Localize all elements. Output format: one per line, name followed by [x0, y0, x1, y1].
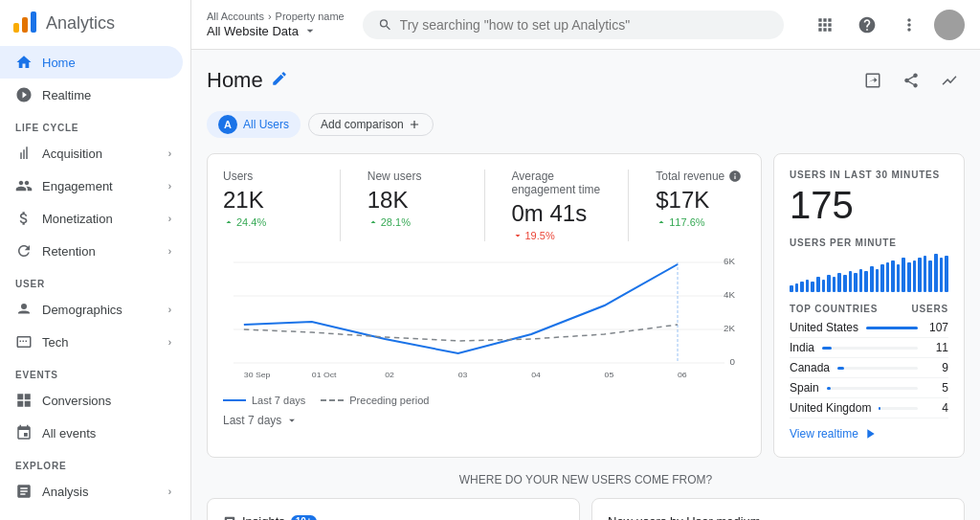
nav-demographics-label: Demographics	[42, 303, 122, 317]
home-icon	[15, 54, 33, 71]
upm-bar	[864, 271, 868, 292]
svg-text:05: 05	[605, 370, 614, 379]
svg-rect-2	[31, 11, 36, 33]
demographics-icon	[15, 301, 33, 318]
upm-bar	[940, 258, 944, 292]
sidebar-item-conversions[interactable]: Conversions	[0, 384, 183, 417]
country-bar	[866, 327, 918, 329]
stat-divider-1	[340, 170, 341, 241]
sidebar-header: Analytics	[0, 0, 190, 46]
bottom-section-label: WHERE DO YOUR NEW USERS COME FROM?	[207, 473, 965, 486]
users-change: 24.4%	[223, 216, 313, 228]
share-view-icon	[864, 72, 881, 89]
view-realtime-link[interactable]: View realtime	[790, 426, 948, 441]
time-range-selector[interactable]: Last 7 days	[223, 414, 746, 427]
legend-preceding-label: Preceding period	[349, 395, 429, 406]
page-title: Home	[207, 68, 263, 93]
add-comparison-button[interactable]: Add comparison	[308, 113, 434, 136]
expand-arrow-retention: ›	[168, 246, 171, 257]
breadcrumb: All Accounts › Property name	[207, 11, 345, 22]
country-bar	[837, 367, 844, 370]
more-button[interactable]	[892, 8, 926, 42]
users-label: Users	[223, 170, 313, 183]
sidebar: Analytics Home Realtime LIFE CYCLE Acqui…	[0, 0, 191, 520]
edit-page-icon[interactable]	[271, 70, 288, 92]
expand-arrow-analysis: ›	[168, 486, 171, 497]
stat-revenue: Total revenue $17K 117.6%	[656, 170, 746, 241]
expand-arrow-engagement: ›	[168, 181, 171, 192]
sidebar-item-retention[interactable]: Retention ›	[0, 235, 183, 267]
apps-icon	[815, 15, 835, 34]
stats-row: Users 21K 24.4% New users 18K 28.1	[223, 170, 746, 241]
country-row: United Kingdom 4	[790, 398, 948, 418]
add-icon	[408, 118, 421, 131]
search-input[interactable]	[400, 17, 768, 33]
upm-bar	[816, 277, 820, 292]
upm-bar	[870, 266, 874, 292]
upm-bar	[822, 280, 826, 292]
chart-area: 6K 4K 2K 0 30 Sep 01 Oct 02 03	[223, 253, 746, 387]
upm-bar	[902, 258, 905, 292]
breadcrumb-property: Property name	[276, 11, 345, 22]
upm-bar	[837, 273, 841, 292]
customize-button[interactable]	[934, 65, 965, 96]
chart-legend: Last 7 days Preceding period	[223, 395, 746, 406]
expand-arrow-monetization: ›	[168, 214, 171, 224]
search-box[interactable]	[363, 11, 784, 39]
time-range-label: Last 7 days	[223, 414, 281, 427]
sidebar-item-tech[interactable]: Tech ›	[0, 326, 183, 358]
page-title-row: Home	[207, 68, 288, 93]
insights-badge: 10+	[291, 515, 317, 520]
upm-bar	[907, 262, 911, 292]
more-icon	[900, 15, 919, 34]
up-arrow-icon-3	[656, 216, 667, 228]
bottom-grid: Insights 10+ New users by User medium	[207, 498, 965, 520]
avatar[interactable]	[934, 10, 965, 40]
sidebar-item-analysis[interactable]: Analysis ›	[0, 475, 183, 508]
share-view-button[interactable]	[858, 65, 888, 96]
page-content: Home A All Users	[191, 50, 980, 520]
apps-button[interactable]	[808, 8, 842, 42]
sidebar-item-home[interactable]: Home	[0, 46, 183, 79]
all-users-chip[interactable]: A All Users	[207, 111, 301, 138]
country-bar-container	[866, 327, 918, 329]
chart-svg: 6K 4K 2K 0 30 Sep 01 Oct 02 03	[223, 253, 746, 387]
revenue-value: $17K	[656, 187, 746, 215]
main-grid: Users 21K 24.4% New users 18K 28.1	[207, 153, 965, 458]
new-users-change: 28.1%	[368, 216, 457, 228]
sidebar-item-all-events[interactable]: All events	[0, 417, 183, 449]
section-explore: EXPLORE	[0, 449, 190, 475]
legend-current-label: Last 7 days	[252, 395, 305, 406]
country-row: Spain 5	[790, 378, 948, 398]
svg-text:03: 03	[458, 370, 468, 379]
nav-engagement-label: Engagement	[42, 179, 113, 193]
country-name: Canada	[790, 361, 830, 374]
analytics-logo-icon	[11, 10, 38, 36]
country-list: United States 107 India 11 Canada 9 Spai…	[790, 318, 948, 418]
monetization-icon	[15, 210, 33, 227]
stat-divider-2	[484, 170, 485, 241]
sidebar-item-monetization[interactable]: Monetization ›	[0, 202, 183, 235]
sidebar-item-engagement[interactable]: Engagement ›	[0, 170, 183, 202]
revenue-label: Total revenue	[656, 170, 746, 183]
property-selector[interactable]: All Website Data	[207, 23, 345, 38]
upm-bar	[876, 269, 880, 292]
country-users: 5	[925, 381, 948, 395]
country-users: 4	[925, 401, 948, 415]
sidebar-item-demographics[interactable]: Demographics ›	[0, 293, 183, 326]
country-users: 11	[925, 341, 948, 354]
sidebar-item-acquisition[interactable]: Acquisition ›	[0, 137, 183, 170]
stat-engagement: Average engagement time 0m 41s 19.5%	[512, 170, 602, 241]
help-icon	[858, 15, 877, 34]
share-button[interactable]	[896, 65, 926, 96]
help-button[interactable]	[850, 8, 884, 42]
upm-label: USERS PER MINUTE	[790, 237, 948, 248]
upm-bar	[891, 260, 895, 292]
nav-tech-label: Tech	[42, 335, 68, 350]
engagement-change: 19.5%	[512, 230, 602, 241]
users-value: 21K	[223, 187, 313, 215]
sidebar-item-realtime[interactable]: Realtime	[0, 79, 183, 111]
engagement-change-pct: 19.5%	[525, 230, 555, 241]
stats-chart-card: Users 21K 24.4% New users 18K 28.1	[207, 153, 762, 458]
upm-bars	[790, 254, 948, 292]
